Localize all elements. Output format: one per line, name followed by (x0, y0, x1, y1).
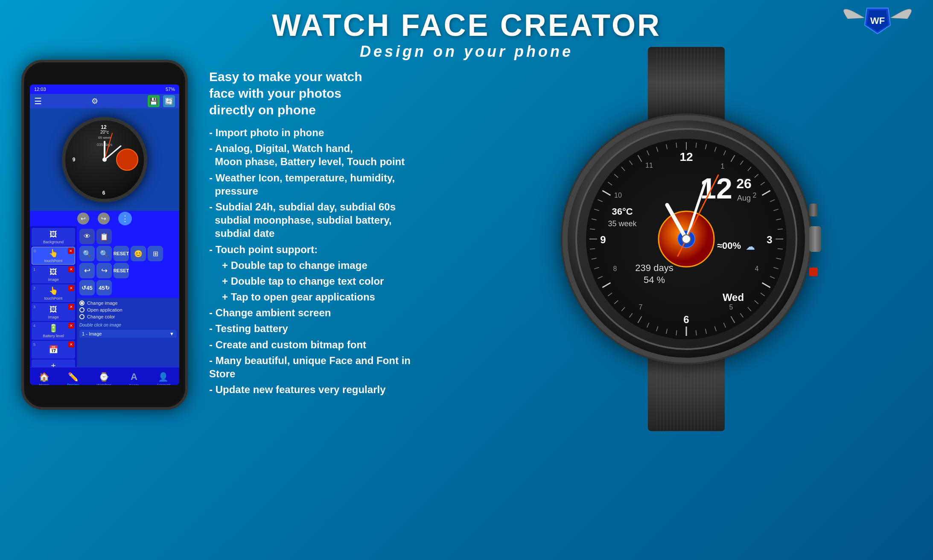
nav-account[interactable]: 👤 Account (157, 372, 171, 385)
panel-item-cal-5[interactable]: 5 ✕ 📅 (32, 341, 75, 359)
nav-design[interactable]: ✏️ Design (67, 372, 79, 385)
svg-text:12: 12 (679, 150, 693, 163)
menu-dots-btn[interactable]: ⋮ (118, 212, 132, 225)
svg-line-61 (608, 182, 612, 185)
svg-line-20 (762, 191, 770, 195)
svg-line-66 (647, 151, 649, 155)
svg-line-59 (598, 200, 603, 202)
open-application-label: Open application (87, 307, 122, 312)
svg-line-32 (755, 300, 758, 304)
watch-btn-red (809, 268, 818, 276)
svg-text:1: 1 (721, 163, 725, 170)
close-btn-1[interactable]: ✕ (68, 266, 74, 272)
svg-text:12: 12 (101, 124, 107, 130)
svg-line-27 (776, 258, 781, 259)
svg-line-43 (656, 326, 658, 331)
feature-analog: - Analog, Digital, Watch hand, Moon phas… (209, 142, 440, 168)
svg-text:54 %: 54 % (644, 274, 665, 285)
option-change-image[interactable]: Change image (79, 300, 177, 306)
controls-area: 👁 📋 🔍 🔍 RESET 😊 ⊞ (77, 226, 179, 298)
panel-item-touchpoint-2[interactable]: 2 ✕ 👆 touchPoint (32, 284, 75, 302)
refresh-icon-btn[interactable]: 🔄 (163, 95, 175, 107)
svg-line-37 (714, 326, 716, 331)
gear-icon[interactable]: ⚙ (91, 96, 98, 106)
back-btn[interactable]: ↩ (77, 213, 89, 225)
item-num-5: 5 (33, 342, 35, 347)
zoom-in-btn[interactable]: 🔍 (79, 246, 95, 261)
option-change-color[interactable]: Change color (79, 314, 177, 319)
option-open-application[interactable]: Open application (79, 307, 177, 312)
svg-line-29 (770, 276, 775, 278)
close-btn-5[interactable]: ✕ (68, 341, 74, 347)
nav-fonts[interactable]: A Fonts (129, 371, 139, 385)
double-click-label: Double click on image (79, 323, 177, 327)
phone-screen: 12:03 57% ☰ ⚙ 💾 🔄 20°c (30, 85, 179, 385)
emoji-btn[interactable]: 😊 (131, 246, 146, 261)
svg-line-57 (592, 219, 597, 220)
svg-text:Aug: Aug (737, 194, 751, 202)
feature-import: - Import photo in phone (209, 126, 440, 139)
rotate-ccw-btn[interactable]: ↩ (79, 263, 95, 278)
svg-line-13 (714, 147, 716, 152)
hamburger-icon[interactable]: ☰ (34, 96, 42, 106)
panel-item-image-1[interactable]: 1 ✕ 🖼 Image (32, 265, 75, 283)
watch-dial: 12 3 9 6 1 2 4 5 7 8 10 11 (586, 139, 787, 339)
svg-line-21 (770, 200, 775, 202)
panel-item-image-3[interactable]: 3 ✕ 🖼 Image (32, 303, 75, 321)
image-icon-1: 🖼 (50, 268, 57, 277)
svg-line-35 (731, 316, 735, 323)
phone-top-icons: 💾 🔄 (148, 95, 175, 107)
svg-text:35 week: 35 week (608, 219, 637, 228)
svg-text:239 days: 239 days (635, 262, 673, 273)
radio-change-color[interactable] (79, 314, 85, 319)
svg-line-44 (647, 323, 649, 327)
reset-zoom-btn[interactable]: RESET (114, 246, 129, 261)
add-item-btn[interactable]: + Add item (32, 359, 75, 367)
radio-open-application[interactable] (79, 307, 85, 312)
battery-icon-4: 🔋 (49, 324, 58, 333)
svg-text:9: 9 (73, 157, 76, 163)
phone-side-btn-power (21, 173, 23, 189)
phone-time: 12:03 (34, 87, 46, 92)
svg-line-49 (608, 293, 612, 296)
svg-line-26 (778, 248, 783, 249)
angle-ccw-btn[interactable]: ↺45 (79, 280, 95, 295)
save-icon-btn[interactable]: 💾 (148, 95, 160, 107)
svg-line-16 (740, 160, 743, 165)
svg-line-18 (755, 174, 758, 178)
angle-cw-btn[interactable]: 45↻ (96, 280, 112, 295)
panel-item-battery-4[interactable]: 4 ✕ 🔋 Battery level (32, 322, 75, 340)
plus-icon: + (51, 361, 56, 368)
ctrl-row-angle: ↺45 45↻ (79, 280, 177, 295)
svg-line-63 (621, 167, 625, 171)
panel-item-background[interactable]: 🖼 Background (32, 228, 75, 246)
phone-side-panel: 🖼 Background 0 ✕ 👆 touchPoint 1 (30, 226, 179, 367)
svg-line-53 (592, 258, 597, 259)
svg-text:8: 8 (613, 265, 617, 272)
image-label-1: Image (48, 277, 58, 282)
background-icon: 🖼 (50, 230, 57, 239)
close-btn-0[interactable]: ✕ (68, 248, 74, 254)
forward-btn[interactable]: ↪ (98, 213, 110, 225)
item-num-3: 3 (33, 305, 35, 309)
watch-ticks-svg: 12 3 9 6 1 2 4 5 7 8 10 11 (586, 139, 787, 339)
panel-item-touchpoint-0[interactable]: 0 ✕ 👆 touchPoint (32, 247, 75, 265)
svg-line-47 (621, 307, 625, 311)
nav-home[interactable]: 🏠 Home (39, 372, 50, 385)
zoom-out-btn[interactable]: 🔍 (96, 246, 112, 261)
svg-line-34 (740, 313, 743, 318)
phone-section: 12:03 57% ☰ ⚙ 💾 🔄 20°c (13, 60, 196, 410)
item-num-4: 4 (33, 324, 35, 328)
close-btn-4[interactable]: ✕ (68, 323, 74, 329)
eye-btn[interactable]: 👁 (79, 229, 95, 244)
radio-change-image[interactable] (79, 300, 85, 306)
reset-rotate-btn[interactable]: RESET (114, 263, 129, 278)
copy-btn[interactable]: 📋 (96, 229, 112, 244)
phone-side-btn-right (186, 148, 188, 169)
image-select-dropdown[interactable]: 1 - Image ▼ (79, 330, 177, 338)
close-btn-3[interactable]: ✕ (68, 304, 74, 310)
nav-watches[interactable]: ⌚ Watches (97, 372, 112, 385)
rotate-cw-btn[interactable]: ↪ (96, 263, 112, 278)
close-btn-2[interactable]: ✕ (68, 285, 74, 291)
grid-btn[interactable]: ⊞ (148, 246, 163, 261)
